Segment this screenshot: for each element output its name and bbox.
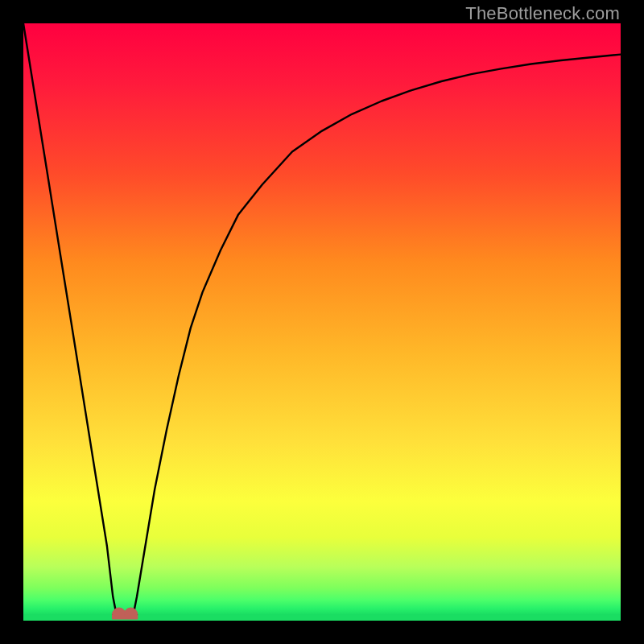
minimum-marker bbox=[112, 608, 137, 619]
watermark-text: TheBottleneck.com bbox=[465, 3, 620, 24]
chart-svg bbox=[23, 23, 621, 621]
chart-frame: TheBottleneck.com bbox=[0, 0, 644, 644]
curve-line bbox=[23, 23, 621, 615]
